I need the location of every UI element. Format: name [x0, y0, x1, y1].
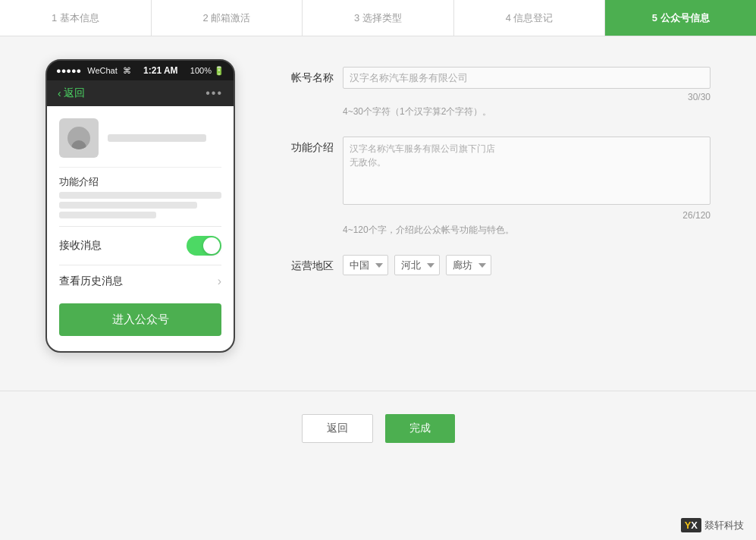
phone-intro-section: 功能介绍	[59, 168, 221, 226]
country-select[interactable]: 中国	[343, 255, 388, 275]
history-chevron-icon: ›	[218, 275, 221, 288]
phone-status-bar: ●●●●● WeChat ⌘ 1:21 AM 100% 🔋	[47, 61, 234, 80]
form-row-intro: 功能介绍 汉字名称汽车服务有限公司旗下门店 无敌你。 26/120 4~120个…	[281, 137, 711, 237]
toggle-label: 接收消息	[59, 239, 102, 253]
step-5[interactable]: 5 公众号信息	[605, 0, 756, 36]
intro-label: 功能介绍	[281, 137, 334, 155]
form-section: 帐号名称 30/30 4~30个字符（1个汉字算2个字符）。 功能介绍 汉字名称…	[281, 59, 711, 294]
city-select[interactable]: 廊坊	[446, 255, 491, 275]
phone-intro-text	[59, 192, 221, 218]
enter-public-account-btn[interactable]: 进入公众号	[59, 303, 221, 336]
back-chevron-icon: ‹	[58, 87, 61, 99]
toggle-switch[interactable]	[187, 236, 221, 256]
region-selects: 中国 河北 廊坊	[343, 255, 711, 275]
form-row-region: 运营地区 中国 河北 廊坊	[281, 255, 711, 275]
step-3[interactable]: 3 选择类型	[303, 0, 454, 36]
account-name-char-count: 30/30	[343, 92, 711, 102]
back-button[interactable]: 返回	[302, 414, 373, 443]
phone-toggle-section: 接收消息	[59, 226, 221, 265]
signal-dots: ●●●●●	[56, 66, 81, 75]
region-label: 运营地区	[281, 255, 334, 273]
battery-area: 100% 🔋	[190, 66, 224, 76]
step-2[interactable]: 2 邮箱激活	[152, 0, 303, 36]
account-name-label: 帐号名称	[281, 67, 334, 85]
phone-more-icon[interactable]: •••	[205, 86, 223, 100]
text-line-3	[59, 212, 156, 218]
phone-history-section[interactable]: 查看历史消息 ›	[59, 265, 221, 297]
phone-profile	[59, 118, 221, 168]
account-name-input[interactable]	[343, 67, 711, 89]
intro-hint: 4~120个字，介绍此公众帐号功能与特色。	[343, 224, 711, 237]
avatar	[59, 118, 99, 158]
status-left: ●●●●● WeChat ⌘	[56, 66, 131, 76]
intro-textarea[interactable]: 汉字名称汽车服务有限公司旗下门店 无敌你。	[343, 137, 711, 205]
account-name-control: 30/30 4~30个字符（1个汉字算2个字符）。	[343, 67, 711, 118]
step-4[interactable]: 4 信息登记	[454, 0, 606, 36]
footer-brand: YX 燚轩科技	[681, 518, 744, 532]
text-line-1	[59, 192, 221, 199]
brand-logo: YX	[681, 518, 701, 532]
phone-intro-label: 功能介绍	[59, 175, 221, 189]
intro-control: 汉字名称汽车服务有限公司旗下门店 无敌你。 26/120 4~120个字，介绍此…	[343, 137, 711, 237]
region-control: 中国 河北 廊坊	[343, 255, 711, 275]
phone-mockup: ●●●●● WeChat ⌘ 1:21 AM 100% 🔋 ‹ 返回 •••	[45, 59, 235, 353]
avatar-icon	[67, 127, 90, 149]
phone-body: 功能介绍 接收消息 查看历史消息 › 进入公众号	[47, 106, 234, 351]
phone-account-name	[108, 134, 206, 142]
step-1[interactable]: 1 基本信息	[0, 0, 152, 36]
brand-name: 燚轩科技	[704, 519, 744, 532]
history-label: 查看历史消息	[59, 275, 123, 288]
province-select[interactable]: 河北	[394, 255, 440, 275]
main-content: ●●●●● WeChat ⌘ 1:21 AM 100% 🔋 ‹ 返回 •••	[0, 36, 756, 375]
bottom-actions: 返回 完成	[0, 391, 756, 458]
intro-char-count: 26/120	[343, 210, 711, 221]
step-bar: 1 基本信息 2 邮箱激活 3 选择类型 4 信息登记 5 公众号信息	[0, 0, 756, 36]
account-name-hint: 4~30个字符（1个汉字算2个字符）。	[343, 105, 711, 118]
toggle-knob	[203, 237, 220, 254]
avatar-body	[71, 140, 86, 149]
wifi-icon: ⌘	[123, 66, 131, 76]
battery-icon: 🔋	[214, 66, 224, 76]
phone-back-btn[interactable]: ‹ 返回	[58, 86, 85, 100]
form-row-account-name: 帐号名称 30/30 4~30个字符（1个汉字算2个字符）。	[281, 67, 711, 118]
phone-nav-bar: ‹ 返回 •••	[47, 80, 234, 106]
finish-button[interactable]: 完成	[385, 414, 455, 443]
text-line-2	[59, 202, 197, 209]
